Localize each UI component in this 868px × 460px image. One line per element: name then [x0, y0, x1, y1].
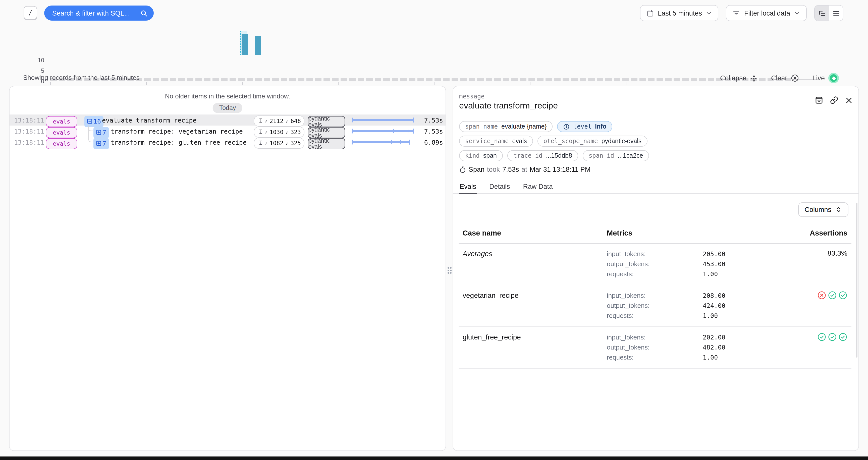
tab-details[interactable]: Details — [489, 180, 510, 193]
showing-records-text: Showing records from the last 5 minutes — [23, 74, 140, 81]
span-detail-panel: message evaluate transform_recipe span_n… — [453, 86, 859, 451]
search-button[interactable]: Search & filter with SQL... — [44, 5, 154, 21]
app-window: / Search & filter with SQL... Last 5 min… — [0, 0, 868, 460]
output-tokens-arrow-icon: ↙ — [285, 118, 288, 124]
duration-text: 6.89s — [408, 137, 443, 147]
clear-button[interactable]: Clear — [771, 74, 800, 83]
plus-square-icon — [96, 141, 101, 146]
span-name: transform_recipe: vegetarian_recipe — [111, 126, 243, 137]
expand-children-badge[interactable]: 7 — [93, 138, 109, 149]
tree-view-toggle[interactable] — [815, 5, 829, 21]
panel-scrollbar[interactable] — [856, 203, 858, 358]
close-icon[interactable] — [845, 96, 853, 104]
output-tokens-arrow-icon: ↙ — [285, 129, 288, 135]
expand-children-badge[interactable]: 7 — [93, 127, 109, 138]
trace-time: 13:18:11 — [14, 137, 44, 147]
y-axis-tick: 10 — [29, 57, 44, 63]
evals-tag[interactable]: evals — [46, 127, 78, 138]
evals-table-header: Case name Metrics Assertions — [459, 225, 851, 243]
col-assertions: Assertions — [794, 229, 847, 237]
date-chip[interactable]: Today — [213, 103, 243, 113]
case-name: gluten_free_recipe — [463, 332, 607, 363]
panel-resize-handle[interactable] — [446, 266, 452, 275]
assertion-pass-icon — [838, 332, 847, 341]
filter-local-data-dropdown[interactable]: Filter local data — [726, 5, 807, 21]
time-range-label: Last 5 minutes — [658, 9, 702, 17]
columns-button[interactable]: Columns — [798, 202, 848, 217]
tab-evals[interactable]: Evals — [460, 180, 476, 193]
evals-tag[interactable]: evals — [46, 138, 78, 149]
trace-list-panel: No older items in the selected time wind… — [9, 86, 446, 451]
tree-list-icon — [818, 9, 826, 17]
live-indicator-icon — [828, 73, 839, 84]
stopwatch-icon — [459, 166, 466, 173]
input-tokens: 1082 — [270, 139, 283, 146]
attr-level[interactable]: level Info — [557, 121, 613, 132]
timeline-plot[interactable] — [50, 28, 818, 54]
output-tokens: 648 — [290, 117, 301, 124]
attr-kind[interactable]: kind span — [459, 150, 503, 161]
attr-trace-id[interactable]: trace_id ...15ddb8 — [507, 150, 578, 161]
duration-text: 7.53s — [408, 126, 443, 137]
attr-service-name[interactable]: service_name evals — [459, 136, 533, 146]
input-tokens: 2112 — [270, 117, 283, 124]
evals-table-row[interactable]: vegetarian_recipe input_tokens:208.00 ou… — [459, 285, 851, 327]
otel-scope-tag[interactable]: pydantic-evals — [308, 116, 345, 127]
output-tokens-arrow-icon: ↙ — [285, 140, 288, 145]
col-case-name: Case name — [463, 229, 607, 237]
attr-span-name[interactable]: span_name evaluate {name} — [459, 121, 553, 132]
list-icon — [832, 9, 840, 17]
collapse-children-badge[interactable]: 16 — [84, 116, 103, 127]
input-tokens-arrow-icon: ↗ — [265, 140, 268, 145]
copy-link-icon[interactable] — [830, 96, 838, 104]
evals-table: Case name Metrics Assertions Averages in… — [459, 225, 851, 369]
chevron-down-icon — [794, 10, 800, 16]
token-stats-pill[interactable]: Σ ↗1030 ↙323 — [254, 126, 304, 137]
detail-tabs: Evals Details Raw Data — [453, 180, 859, 194]
evals-tag[interactable]: evals — [46, 116, 78, 127]
search-icon — [140, 9, 148, 17]
window-bottom-bar — [0, 457, 868, 460]
token-stats-pill[interactable]: Σ ↗2112 ↙648 — [254, 115, 304, 126]
chevron-down-icon — [706, 10, 712, 16]
filter-icon — [733, 9, 740, 17]
attr-span-id[interactable]: span_id ...1ca2ce — [583, 150, 649, 161]
time-range-dropdown[interactable]: Last 5 minutes — [640, 5, 719, 21]
collapse-button[interactable]: Collapse — [720, 74, 758, 82]
case-name: Averages — [463, 249, 607, 279]
evals-table-row[interactable]: Averages input_tokens:205.00 output_toke… — [459, 243, 851, 285]
input-tokens-arrow-icon: ↗ — [265, 118, 268, 124]
sigma-icon: Σ — [259, 118, 262, 124]
trace-row[interactable]: 13:18:11 evals 7 transform_recipe: glute… — [9, 137, 445, 147]
clear-circle-x-icon — [790, 74, 799, 83]
dock-panel-icon[interactable] — [815, 96, 823, 104]
assertions-percent: 83.3% — [828, 249, 847, 257]
otel-scope-tag[interactable]: pydantic-evals — [308, 127, 345, 138]
collapse-icon — [750, 74, 758, 82]
case-name: vegetarian_recipe — [463, 291, 607, 321]
timeline-bar — [255, 36, 261, 55]
record-kind-label: message — [459, 93, 485, 100]
info-icon — [563, 123, 570, 130]
span-duration-summary: Span took 7.53s at Mar 31 13:18:11 PM — [459, 166, 590, 173]
live-toggle[interactable]: Live — [812, 73, 839, 84]
status-row: Showing records from the last 5 minutes … — [0, 73, 868, 83]
list-view-toggle[interactable] — [829, 5, 843, 21]
assertion-pass-icon — [828, 291, 837, 300]
trace-row[interactable]: 13:18:11 evals 7 transform_recipe: veget… — [9, 126, 445, 137]
span-name: transform_recipe: gluten_free_recipe — [111, 137, 247, 147]
token-stats-pill[interactable]: Σ ↗1082 ↙325 — [254, 137, 304, 149]
tab-raw-data[interactable]: Raw Data — [523, 180, 553, 193]
sigma-icon: Σ — [259, 140, 262, 146]
tree-connector — [88, 126, 93, 137]
assertion-pass-icon — [828, 332, 837, 341]
trace-row[interactable]: 13:18:11 evals 16 evaluate transform_rec… — [9, 114, 445, 126]
otel-scope-tag[interactable]: pydantic-evals — [308, 138, 345, 149]
plus-square-icon — [96, 130, 101, 135]
col-metrics: Metrics — [607, 229, 794, 237]
minus-square-icon — [87, 119, 92, 124]
trace-time: 13:18:11 — [14, 126, 44, 137]
evals-table-row[interactable]: gluten_free_recipe input_tokens:202.00 o… — [459, 327, 851, 369]
sigma-icon: Σ — [259, 129, 262, 135]
attr-otel-scope-name[interactable]: otel_scope_name pydantic-evals — [537, 136, 648, 146]
